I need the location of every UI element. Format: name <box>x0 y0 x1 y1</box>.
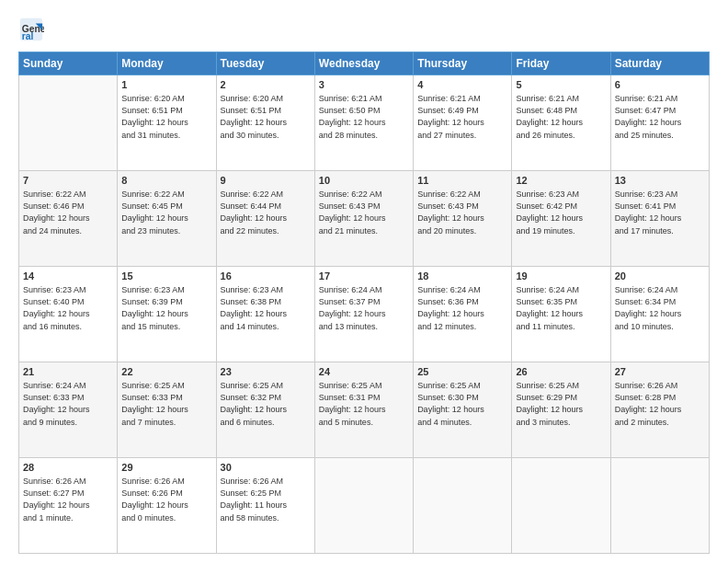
day-info: Sunrise: 6:21 AMSunset: 6:48 PMDaylight:… <box>516 93 606 141</box>
day-number: 15 <box>121 270 211 283</box>
day-number: 13 <box>615 174 705 188</box>
calendar-week-5: 28Sunrise: 6:26 AMSunset: 6:27 PMDayligh… <box>19 458 710 554</box>
calendar-cell: 9Sunrise: 6:22 AMSunset: 6:44 PMDaylight… <box>216 171 314 267</box>
day-number: 8 <box>121 174 211 188</box>
calendar-cell: 7Sunrise: 6:22 AMSunset: 6:46 PMDaylight… <box>19 171 118 267</box>
day-info: Sunrise: 6:21 AMSunset: 6:47 PMDaylight:… <box>615 93 705 141</box>
logo-icon: Gene ral <box>18 17 44 42</box>
day-info: Sunrise: 6:26 AMSunset: 6:27 PMDaylight:… <box>23 476 113 523</box>
day-info: Sunrise: 6:20 AMSunset: 6:51 PMDaylight:… <box>121 93 211 141</box>
header: Gene ral <box>18 17 710 42</box>
day-number: 17 <box>319 270 409 283</box>
calendar-cell: 2Sunrise: 6:20 AMSunset: 6:51 PMDaylight… <box>216 75 314 171</box>
day-info: Sunrise: 6:22 AMSunset: 6:43 PMDaylight:… <box>417 189 507 236</box>
col-header-saturday: Saturday <box>610 52 709 75</box>
calendar-cell: 27Sunrise: 6:26 AMSunset: 6:28 PMDayligh… <box>610 362 709 458</box>
calendar-cell <box>512 458 610 554</box>
col-header-tuesday: Tuesday <box>216 52 314 75</box>
day-number: 19 <box>516 270 606 283</box>
calendar-cell: 1Sunrise: 6:20 AMSunset: 6:51 PMDaylight… <box>118 75 216 171</box>
calendar-cell: 3Sunrise: 6:21 AMSunset: 6:50 PMDaylight… <box>314 75 413 171</box>
col-header-friday: Friday <box>512 52 610 75</box>
day-info: Sunrise: 6:24 AMSunset: 6:35 PMDaylight:… <box>516 284 606 332</box>
calendar-cell: 13Sunrise: 6:23 AMSunset: 6:41 PMDayligh… <box>610 171 709 267</box>
day-info: Sunrise: 6:26 AMSunset: 6:28 PMDaylight:… <box>615 380 705 428</box>
day-info: Sunrise: 6:24 AMSunset: 6:33 PMDaylight:… <box>23 380 113 428</box>
calendar-cell: 17Sunrise: 6:24 AMSunset: 6:37 PMDayligh… <box>314 267 413 362</box>
day-number: 23 <box>221 365 311 379</box>
day-info: Sunrise: 6:22 AMSunset: 6:44 PMDaylight:… <box>221 189 311 236</box>
day-info: Sunrise: 6:23 AMSunset: 6:38 PMDaylight:… <box>221 284 311 332</box>
day-number: 25 <box>417 365 507 379</box>
calendar-cell: 21Sunrise: 6:24 AMSunset: 6:33 PMDayligh… <box>19 362 118 458</box>
day-info: Sunrise: 6:25 AMSunset: 6:29 PMDaylight:… <box>516 380 606 428</box>
day-number: 1 <box>121 78 211 92</box>
calendar-cell <box>414 458 512 554</box>
calendar-table: SundayMondayTuesdayWednesdayThursdayFrid… <box>18 52 710 554</box>
day-number: 22 <box>121 365 211 379</box>
calendar-cell: 11Sunrise: 6:22 AMSunset: 6:43 PMDayligh… <box>414 171 512 267</box>
day-info: Sunrise: 6:23 AMSunset: 6:41 PMDaylight:… <box>615 189 705 236</box>
day-number: 24 <box>319 365 409 379</box>
svg-text:ral: ral <box>22 31 34 41</box>
calendar-cell: 28Sunrise: 6:26 AMSunset: 6:27 PMDayligh… <box>19 458 118 554</box>
day-info: Sunrise: 6:23 AMSunset: 6:39 PMDaylight:… <box>121 284 211 332</box>
day-number: 26 <box>516 365 606 379</box>
calendar-cell: 20Sunrise: 6:24 AMSunset: 6:34 PMDayligh… <box>610 267 709 362</box>
calendar-cell <box>19 75 118 171</box>
calendar-week-1: 1Sunrise: 6:20 AMSunset: 6:51 PMDaylight… <box>19 75 710 171</box>
day-number: 6 <box>615 78 705 92</box>
calendar-cell: 14Sunrise: 6:23 AMSunset: 6:40 PMDayligh… <box>19 267 118 362</box>
day-number: 30 <box>221 461 311 475</box>
calendar-cell: 12Sunrise: 6:23 AMSunset: 6:42 PMDayligh… <box>512 171 610 267</box>
day-number: 28 <box>23 461 113 475</box>
day-info: Sunrise: 6:25 AMSunset: 6:32 PMDaylight:… <box>221 380 311 428</box>
day-number: 10 <box>319 174 409 188</box>
col-header-monday: Monday <box>118 52 216 75</box>
day-info: Sunrise: 6:22 AMSunset: 6:45 PMDaylight:… <box>121 189 211 236</box>
calendar-cell: 23Sunrise: 6:25 AMSunset: 6:32 PMDayligh… <box>216 362 314 458</box>
calendar-cell: 22Sunrise: 6:25 AMSunset: 6:33 PMDayligh… <box>118 362 216 458</box>
calendar-cell: 15Sunrise: 6:23 AMSunset: 6:39 PMDayligh… <box>118 267 216 362</box>
day-info: Sunrise: 6:25 AMSunset: 6:33 PMDaylight:… <box>121 380 211 428</box>
calendar-week-3: 14Sunrise: 6:23 AMSunset: 6:40 PMDayligh… <box>19 267 710 362</box>
day-info: Sunrise: 6:24 AMSunset: 6:34 PMDaylight:… <box>615 284 705 332</box>
calendar-cell: 10Sunrise: 6:22 AMSunset: 6:43 PMDayligh… <box>314 171 413 267</box>
day-number: 9 <box>221 174 311 188</box>
day-number: 27 <box>615 365 705 379</box>
col-header-thursday: Thursday <box>414 52 512 75</box>
day-info: Sunrise: 6:26 AMSunset: 6:26 PMDaylight:… <box>121 476 211 523</box>
calendar-cell: 24Sunrise: 6:25 AMSunset: 6:31 PMDayligh… <box>314 362 413 458</box>
calendar-week-2: 7Sunrise: 6:22 AMSunset: 6:46 PMDaylight… <box>19 171 710 267</box>
day-number: 21 <box>23 365 113 379</box>
day-info: Sunrise: 6:22 AMSunset: 6:43 PMDaylight:… <box>319 189 409 236</box>
calendar-cell: 29Sunrise: 6:26 AMSunset: 6:26 PMDayligh… <box>118 458 216 554</box>
calendar-cell: 25Sunrise: 6:25 AMSunset: 6:30 PMDayligh… <box>414 362 512 458</box>
day-number: 16 <box>221 270 311 283</box>
day-number: 2 <box>221 78 311 92</box>
calendar-cell <box>610 458 709 554</box>
day-info: Sunrise: 6:24 AMSunset: 6:37 PMDaylight:… <box>319 284 409 332</box>
calendar-cell: 5Sunrise: 6:21 AMSunset: 6:48 PMDaylight… <box>512 75 610 171</box>
day-number: 12 <box>516 174 606 188</box>
day-number: 7 <box>23 174 113 188</box>
day-info: Sunrise: 6:23 AMSunset: 6:40 PMDaylight:… <box>23 284 113 332</box>
day-number: 20 <box>615 270 705 283</box>
calendar-cell: 16Sunrise: 6:23 AMSunset: 6:38 PMDayligh… <box>216 267 314 362</box>
col-header-sunday: Sunday <box>19 52 118 75</box>
day-info: Sunrise: 6:22 AMSunset: 6:46 PMDaylight:… <box>23 189 113 236</box>
calendar-cell: 19Sunrise: 6:24 AMSunset: 6:35 PMDayligh… <box>512 267 610 362</box>
day-info: Sunrise: 6:26 AMSunset: 6:25 PMDaylight:… <box>221 476 311 523</box>
day-info: Sunrise: 6:20 AMSunset: 6:51 PMDaylight:… <box>221 93 311 141</box>
col-header-wednesday: Wednesday <box>314 52 413 75</box>
day-info: Sunrise: 6:24 AMSunset: 6:36 PMDaylight:… <box>417 284 507 332</box>
day-number: 29 <box>121 461 211 475</box>
day-info: Sunrise: 6:25 AMSunset: 6:31 PMDaylight:… <box>319 380 409 428</box>
day-number: 3 <box>319 78 409 92</box>
day-number: 5 <box>516 78 606 92</box>
page: Gene ral SundayMondayTuesdayWednesdayThu… <box>0 0 728 563</box>
calendar-cell: 30Sunrise: 6:26 AMSunset: 6:25 PMDayligh… <box>216 458 314 554</box>
day-info: Sunrise: 6:21 AMSunset: 6:50 PMDaylight:… <box>319 93 409 141</box>
calendar-week-4: 21Sunrise: 6:24 AMSunset: 6:33 PMDayligh… <box>19 362 710 458</box>
day-number: 14 <box>23 270 113 283</box>
